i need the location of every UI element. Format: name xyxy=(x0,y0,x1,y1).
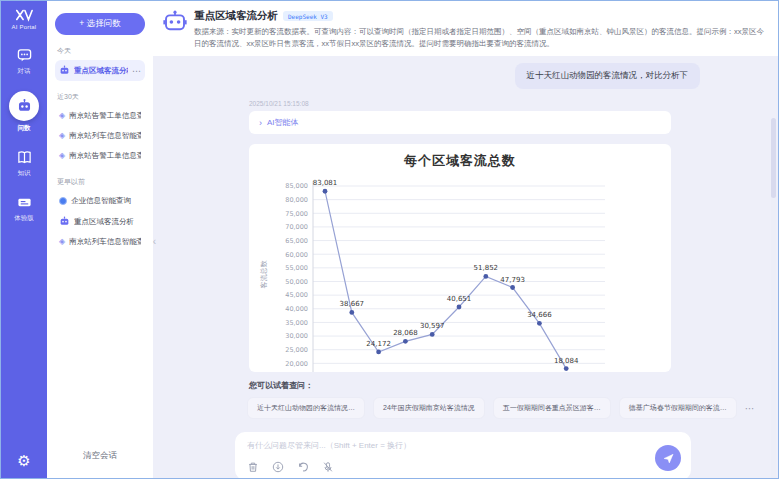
svg-text:18,084: 18,084 xyxy=(554,357,579,365)
app-window: AI Portal 对话 问数 知识 体验版 xyxy=(0,0,779,479)
send-icon xyxy=(663,453,674,464)
sidebar-item-session[interactable]: 重点区域客流分析 xyxy=(55,211,145,232)
svg-text:60,000: 60,000 xyxy=(285,251,308,259)
sidebar-item-session[interactable]: 南京站告警工单信息查询 xyxy=(55,146,145,166)
scrollbar-thumb[interactable] xyxy=(771,118,776,198)
logo-text: AI Portal xyxy=(12,24,37,30)
rail-item-label: 对话 xyxy=(18,67,31,76)
rail-item-knowledge[interactable]: 知识 xyxy=(15,148,33,178)
svg-text:85,000: 85,000 xyxy=(285,183,308,191)
gear-icon[interactable] xyxy=(17,452,30,470)
section-title-today: 今天 xyxy=(57,46,143,56)
sidebar-item-session[interactable]: 重点区域客流分析 xyxy=(55,60,145,81)
knowledge-icon xyxy=(15,148,33,166)
svg-text:70,000: 70,000 xyxy=(285,223,308,231)
message-input[interactable] xyxy=(247,440,627,454)
page-title: 重点区域客流分析 xyxy=(194,9,278,23)
rail-item-label: 知识 xyxy=(18,169,31,178)
session-sidebar: + 选择问数 今天 重点区域客流分析 近30天 南京站告警工单信息查询 南京站列… xyxy=(47,1,153,478)
svg-text:25,000: 25,000 xyxy=(285,346,308,354)
svg-text:客流总数: 客流总数 xyxy=(260,260,268,289)
suggestions-label: 您可以试着查问： xyxy=(249,380,778,391)
robot-icon xyxy=(59,216,70,227)
diamond-icon xyxy=(59,152,65,160)
svg-text:45,000: 45,000 xyxy=(285,292,308,300)
model-badge: DeepSeek V3 xyxy=(283,11,333,21)
diamond-icon xyxy=(59,238,65,246)
sidebar-item-label: 南京站告警工单信息查询 xyxy=(69,111,141,121)
section-title-earlier: 更早以前 xyxy=(57,177,143,187)
sidebar-item-label: 重点区域客流分析 xyxy=(74,217,141,227)
agent-steps-panel[interactable]: AI智能体 xyxy=(249,111,671,134)
robot-avatar-icon xyxy=(163,10,187,34)
svg-text:50,000: 50,000 xyxy=(285,278,308,286)
sidebar-item-session[interactable]: 企业信息智能查询 xyxy=(55,191,145,211)
agent-description: 数据来源：实时更新的客流数据表。可查询内容：可以查询时间（指定日期或者指定日期范… xyxy=(194,26,764,49)
suggestion-chip[interactable]: 近十天红山动物园的客流情况… xyxy=(247,397,365,419)
svg-text:20,000: 20,000 xyxy=(285,360,308,368)
svg-text:51,852: 51,852 xyxy=(474,265,499,273)
svg-text:30,597: 30,597 xyxy=(420,323,445,331)
svg-text:83,081: 83,081 xyxy=(313,179,338,187)
main-area: 重点区域客流分析 DeepSeek V3 数据来源：实时更新的客流数据表。可查询… xyxy=(153,1,778,478)
sidebar-item-label: 重点区域客流分析 xyxy=(74,66,128,76)
trash-icon[interactable] xyxy=(247,461,259,473)
sidebar-item-session[interactable]: 南京站列车信息智能查询 xyxy=(55,126,145,146)
sidebar-item-session[interactable]: 南京站告警工单信息查询 xyxy=(55,106,145,126)
chat-icon xyxy=(15,46,33,64)
robot-icon xyxy=(59,65,70,76)
svg-text:65,000: 65,000 xyxy=(285,237,308,245)
suggestion-chip[interactable]: 24年国庆假期南京站客流情况 xyxy=(373,397,485,419)
svg-text:40,000: 40,000 xyxy=(285,305,308,313)
item-menu-icon[interactable] xyxy=(132,69,141,73)
logo-icon xyxy=(15,8,33,22)
diamond-icon xyxy=(59,112,65,120)
svg-text:24,172: 24,172 xyxy=(366,340,391,348)
svg-text:55,000: 55,000 xyxy=(285,264,308,272)
app-logo: AI Portal xyxy=(12,8,37,30)
chart-title: 每个区域客流总数 xyxy=(255,152,665,170)
section-title-30days: 近30天 xyxy=(57,92,143,102)
scrollbar-track[interactable] xyxy=(771,118,776,478)
svg-text:35,000: 35,000 xyxy=(285,319,308,327)
undo-icon[interactable] xyxy=(297,461,309,473)
svg-text:38,667: 38,667 xyxy=(340,301,365,309)
clear-session-button[interactable]: 清空会话 xyxy=(55,444,145,468)
svg-text:30,000: 30,000 xyxy=(285,333,308,341)
beta-icon xyxy=(15,193,33,211)
more-suggestions-icon[interactable] xyxy=(745,403,756,414)
download-circle-icon[interactable] xyxy=(272,461,284,473)
sidebar-item-session[interactable]: 南京站列车信息智能查询 xyxy=(55,232,145,252)
suggestion-chip[interactable]: 五一假期期间各重点景区游客… xyxy=(493,397,611,419)
rail-item-chat[interactable]: 对话 xyxy=(15,46,33,76)
rail-item-beta[interactable]: 体验版 xyxy=(14,193,34,223)
chat-area: 近十天红山动物园的客流情况，对比分析下 2025/10/21 15:15:08 … xyxy=(153,56,778,478)
sidebar-item-label: 南京站列车信息智能查询 xyxy=(69,131,141,141)
svg-text:40,651: 40,651 xyxy=(447,295,472,303)
ask-data-icon xyxy=(9,91,39,121)
svg-text:34,666: 34,666 xyxy=(527,312,552,320)
message-timestamp: 2025/10/21 15:15:08 xyxy=(249,100,778,107)
chart-card: 每个区域客流总数 85,00080,00075,00070,00065,0006… xyxy=(249,144,671,372)
new-session-button[interactable]: + 选择问数 xyxy=(55,13,145,35)
agent-panel-label: AI智能体 xyxy=(267,117,299,128)
chevron-right-icon xyxy=(259,118,262,128)
sidebar-item-label: 南京站列车信息智能查询 xyxy=(69,237,141,247)
suggestion-chip[interactable]: 德基广场春节假期期间的客流… xyxy=(619,397,737,419)
nav-rail: AI Portal 对话 问数 知识 体验版 xyxy=(1,1,47,478)
rail-item-label: 问数 xyxy=(18,124,31,133)
circle-icon xyxy=(59,197,67,205)
agent-header: 重点区域客流分析 DeepSeek V3 数据来源：实时更新的客流数据表。可查询… xyxy=(153,1,778,56)
rail-item-ask-data[interactable]: 问数 xyxy=(9,91,39,133)
diamond-icon xyxy=(59,132,65,140)
flow-line-chart: 85,00080,00075,00070,00065,00060,00055,0… xyxy=(255,172,665,372)
sidebar-item-label: 企业信息智能查询 xyxy=(71,196,141,206)
message-composer xyxy=(235,432,691,478)
svg-text:75,000: 75,000 xyxy=(285,210,308,218)
sidebar-item-label: 南京站告警工单信息查询 xyxy=(69,151,141,161)
composer-toolbar xyxy=(247,461,679,473)
mic-off-icon[interactable] xyxy=(322,461,334,473)
svg-text:80,000: 80,000 xyxy=(285,196,308,204)
suggestion-chips: 近十天红山动物园的客流情况… 24年国庆假期南京站客流情况 五一假期期间各重点景… xyxy=(247,397,778,419)
user-message-bubble: 近十天红山动物园的客流情况，对比分析下 xyxy=(515,63,701,89)
